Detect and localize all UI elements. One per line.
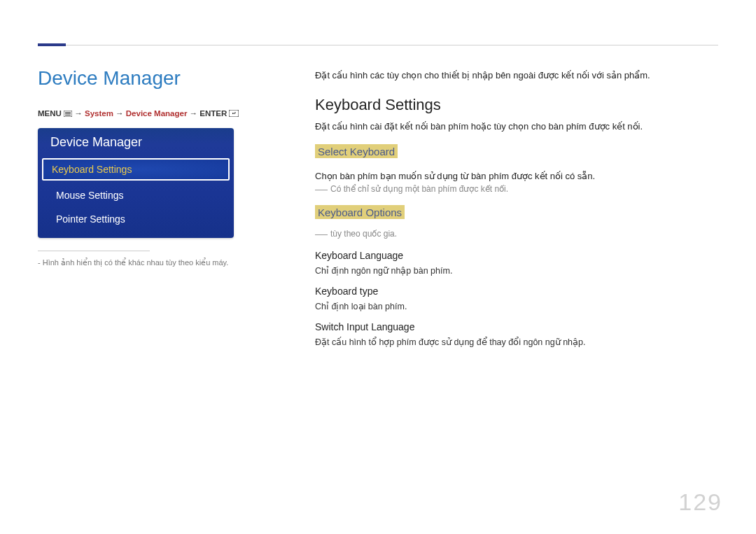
note-divider xyxy=(38,251,150,251)
panel-item-label: Keyboard Settings xyxy=(52,164,132,175)
svg-rect-2 xyxy=(65,113,71,114)
breadcrumb-enter: ENTER xyxy=(200,109,227,118)
panel-item-keyboard-settings[interactable]: Keyboard Settings xyxy=(42,158,230,181)
header-divider xyxy=(66,45,718,45)
header-accent-bar xyxy=(38,43,66,46)
heading-keyboard-settings: Keyboard Settings xyxy=(315,96,714,114)
desc-select-keyboard: Chọn bàn phím bạn muốn sử dụng từ bàn ph… xyxy=(315,171,714,181)
panel-item-label: Mouse Settings xyxy=(56,190,124,201)
note-dash-icon xyxy=(315,190,328,190)
panel-item-mouse-settings[interactable]: Mouse Settings xyxy=(43,183,228,207)
heading-select-keyboard: Select Keyboard xyxy=(315,144,398,158)
panel-note: - Hình ảnh hiển thị có thể khác nhau tùy… xyxy=(38,257,269,269)
note-select-keyboard: Có thể chỉ sử dụng một bàn phím được kết… xyxy=(315,184,714,194)
menu-icon xyxy=(64,110,72,118)
heading-switch-input-language: Switch Input Language xyxy=(315,321,714,332)
breadcrumb-device-manager: Device Manager xyxy=(126,109,188,118)
svg-rect-1 xyxy=(65,112,71,113)
svg-rect-3 xyxy=(65,115,71,115)
breadcrumb-arrow-1: → xyxy=(74,109,85,118)
breadcrumb: MENU → System → Device Manager → ENTER xyxy=(38,109,269,118)
heading-keyboard-language: Keyboard Language xyxy=(315,250,714,261)
note-dash-icon xyxy=(315,234,328,235)
page-number: 129 xyxy=(678,489,722,516)
desc-keyboard-settings: Đặt cấu hình cài đặt kết nối bàn phím ho… xyxy=(315,121,714,132)
desc-switch-input-language: Đặt cấu hình tổ hợp phím được sử dụng để… xyxy=(315,337,714,347)
panel-title: Device Manager xyxy=(38,128,234,155)
breadcrumb-arrow-3: → xyxy=(190,109,200,118)
device-manager-panel: Device Manager Keyboard Settings Mouse S… xyxy=(38,128,234,238)
right-column: Đặt cấu hình các tùy chọn cho thiết bị n… xyxy=(315,70,714,350)
heading-keyboard-type: Keyboard type xyxy=(315,286,714,297)
breadcrumb-arrow-2: → xyxy=(115,109,126,118)
breadcrumb-system: System xyxy=(85,109,113,118)
section-title: Device Manager xyxy=(38,67,269,90)
left-column: Device Manager MENU → System → Device Ma… xyxy=(38,67,269,269)
panel-item-pointer-settings[interactable]: Pointer Settings xyxy=(43,207,228,231)
intro-text: Đặt cấu hình các tùy chọn cho thiết bị n… xyxy=(315,70,714,80)
desc-keyboard-language: Chỉ định ngôn ngữ nhập bàn phím. xyxy=(315,265,714,276)
note-keyboard-options: tùy theo quốc gia. xyxy=(315,229,714,239)
breadcrumb-menu: MENU xyxy=(38,109,62,118)
heading-keyboard-options: Keyboard Options xyxy=(315,205,405,219)
desc-keyboard-type: Chỉ định loại bàn phím. xyxy=(315,301,714,311)
panel-item-label: Pointer Settings xyxy=(56,213,125,225)
enter-icon xyxy=(229,110,239,118)
